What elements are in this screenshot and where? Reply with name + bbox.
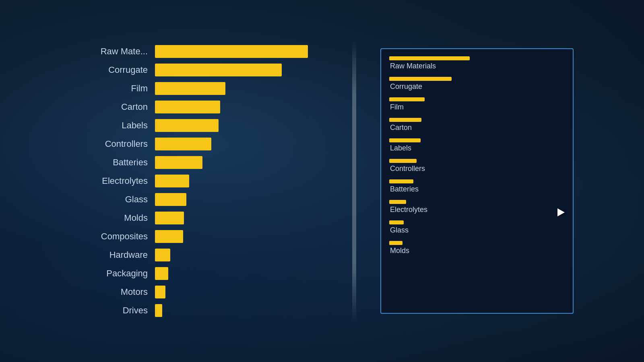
right-panel[interactable]: Raw MaterialsCorrugateFilmCartonLabelsCo… <box>380 48 574 314</box>
bar-track <box>155 64 328 76</box>
panel-label: Carton <box>390 123 565 132</box>
bar-track <box>155 249 328 261</box>
bar-track <box>155 45 328 58</box>
panel-bar-track <box>389 77 565 81</box>
panel-row: Carton <box>381 114 573 134</box>
bar-label: Drives <box>70 305 155 316</box>
left-bar-chart: Raw Mate...CorrugateFilmCartonLabelsCont… <box>70 42 328 320</box>
bar-fill <box>155 193 186 206</box>
left-bar-row: Packaging <box>70 264 328 283</box>
panel-bar-fill <box>389 118 421 122</box>
bar-label: Electrolytes <box>70 176 155 186</box>
panel-label: Controllers <box>390 165 565 173</box>
bar-track <box>155 156 328 169</box>
left-bar-row: Glass <box>70 190 328 209</box>
bar-label: Packaging <box>70 268 155 279</box>
panel-label: Glass <box>390 226 565 234</box>
bar-track <box>155 101 328 113</box>
bar-fill <box>155 286 165 298</box>
left-bar-row: Motors <box>70 283 328 301</box>
bar-label: Hardware <box>70 250 155 260</box>
bar-label: Batteries <box>70 157 155 168</box>
left-bar-row: Controllers <box>70 135 328 153</box>
panel-bar-track <box>389 241 565 245</box>
right-panel-scroll[interactable]: Raw MaterialsCorrugateFilmCartonLabelsCo… <box>381 49 573 313</box>
bar-fill <box>155 64 282 76</box>
bar-fill <box>155 45 308 58</box>
panel-label: Film <box>390 103 565 111</box>
panel-label: Raw Materials <box>390 62 565 70</box>
bar-track <box>155 193 328 206</box>
panel-row: Corrugate <box>381 73 573 93</box>
bar-label: Raw Mate... <box>70 46 155 57</box>
left-bar-row: Molds <box>70 209 328 227</box>
panel-bar-track <box>389 56 565 60</box>
panel-bar-track <box>389 97 565 101</box>
left-bar-row: Drives <box>70 301 328 320</box>
left-bar-row: Hardware <box>70 246 328 264</box>
panel-bar-fill <box>389 56 470 60</box>
main-container: Raw Mate...CorrugateFilmCartonLabelsCont… <box>0 0 644 362</box>
panel-bar-track <box>389 118 565 122</box>
bar-label: Motors <box>70 287 155 297</box>
panel-row: Electrolytes <box>381 196 573 216</box>
panel-row: Batteries <box>381 175 573 196</box>
panel-bar-fill <box>389 220 404 224</box>
bar-fill <box>155 101 220 113</box>
panel-bar-track <box>389 179 565 183</box>
bar-label: Glass <box>70 194 155 205</box>
panel-bar-fill <box>389 200 406 204</box>
panel-bar-track <box>389 159 565 163</box>
bar-label: Corrugate <box>70 65 155 75</box>
panel-bar-fill <box>389 138 421 142</box>
panel-bar-fill <box>389 241 402 245</box>
bar-fill <box>155 175 189 187</box>
bar-label: Carton <box>70 102 155 112</box>
panel-bar-track <box>389 200 565 204</box>
panel-label: Labels <box>390 144 565 152</box>
left-bar-row: Corrugate <box>70 61 328 79</box>
bar-label: Film <box>70 83 155 94</box>
bar-track <box>155 175 328 187</box>
bar-track <box>155 230 328 243</box>
bar-fill <box>155 304 162 317</box>
chart-divider <box>352 40 356 322</box>
bar-fill <box>155 119 219 132</box>
bar-track <box>155 138 328 150</box>
panel-bar-track <box>389 220 565 224</box>
left-bar-row: Electrolytes <box>70 172 328 190</box>
bar-label: Molds <box>70 213 155 223</box>
bar-label: Composites <box>70 231 155 242</box>
bar-fill <box>155 249 170 261</box>
panel-label: Corrugate <box>390 82 565 91</box>
panel-row: Controllers <box>381 155 573 175</box>
panel-bar-fill <box>389 97 425 101</box>
bar-track <box>155 82 328 95</box>
bar-fill <box>155 138 211 150</box>
panel-row: Glass <box>381 216 573 237</box>
bar-track <box>155 212 328 224</box>
bar-fill <box>155 267 168 280</box>
bar-fill <box>155 212 184 224</box>
panel-row: Labels <box>381 134 573 155</box>
bar-fill <box>155 230 183 243</box>
left-bar-row: Labels <box>70 116 328 135</box>
left-bar-row: Batteries <box>70 153 328 172</box>
panel-bar-track <box>389 138 565 142</box>
panel-bar-fill <box>389 159 417 163</box>
bar-label: Controllers <box>70 139 155 149</box>
panel-bar-fill <box>389 179 413 183</box>
bar-fill <box>155 156 202 169</box>
panel-row: Molds <box>381 237 573 257</box>
panel-row: Raw Materials <box>381 52 573 73</box>
panel-label: Molds <box>390 247 565 255</box>
left-bar-row: Composites <box>70 227 328 246</box>
bar-label: Labels <box>70 120 155 131</box>
bar-track <box>155 119 328 132</box>
panel-label: Electrolytes <box>390 206 565 214</box>
left-bar-row: Carton <box>70 98 328 116</box>
bar-fill <box>155 82 225 95</box>
bar-track <box>155 286 328 298</box>
bar-track <box>155 304 328 317</box>
left-bar-row: Raw Mate... <box>70 42 328 61</box>
